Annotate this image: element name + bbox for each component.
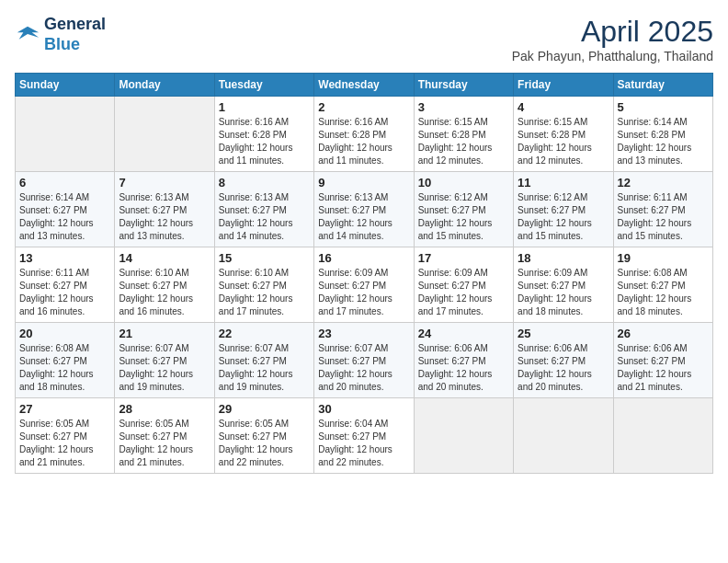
- calendar-cell: 30Sunrise: 6:04 AMSunset: 6:27 PMDayligh…: [314, 398, 414, 474]
- calendar-cell: 23Sunrise: 6:07 AMSunset: 6:27 PMDayligh…: [314, 323, 414, 398]
- day-number: 28: [119, 402, 210, 416]
- day-number: 10: [418, 176, 509, 190]
- day-number: 19: [618, 251, 709, 265]
- calendar-cell: 19Sunrise: 6:08 AMSunset: 6:27 PMDayligh…: [613, 247, 712, 323]
- calendar-cell: [514, 398, 613, 474]
- day-number: 14: [119, 251, 210, 265]
- calendar-week-5: 27Sunrise: 6:05 AMSunset: 6:27 PMDayligh…: [16, 398, 713, 474]
- day-number: 2: [318, 100, 409, 114]
- weekday-header-wednesday: Wednesday: [314, 74, 414, 97]
- day-number: 5: [618, 100, 709, 114]
- calendar-cell: 21Sunrise: 6:07 AMSunset: 6:27 PMDayligh…: [115, 323, 214, 398]
- page-header: General Blue April 2025 Pak Phayun, Phat…: [15, 15, 713, 63]
- calendar-cell: 10Sunrise: 6:12 AMSunset: 6:27 PMDayligh…: [414, 172, 513, 247]
- day-number: 16: [318, 251, 409, 265]
- calendar-cell: 20Sunrise: 6:08 AMSunset: 6:27 PMDayligh…: [16, 323, 115, 398]
- day-number: 29: [219, 402, 310, 416]
- day-info: Sunrise: 6:09 AMSunset: 6:27 PMDaylight:…: [518, 267, 609, 318]
- day-info: Sunrise: 6:06 AMSunset: 6:27 PMDaylight:…: [618, 342, 709, 394]
- day-info: Sunrise: 6:09 AMSunset: 6:27 PMDaylight:…: [418, 267, 509, 318]
- day-info: Sunrise: 6:11 AMSunset: 6:27 PMDaylight:…: [618, 191, 709, 243]
- calendar-cell: 7Sunrise: 6:13 AMSunset: 6:27 PMDaylight…: [115, 172, 214, 247]
- calendar-cell: 4Sunrise: 6:15 AMSunset: 6:28 PMDaylight…: [514, 97, 613, 172]
- day-info: Sunrise: 6:14 AMSunset: 6:28 PMDaylight:…: [618, 116, 709, 167]
- day-number: 21: [119, 327, 210, 340]
- calendar-cell: [613, 398, 712, 474]
- calendar-cell: [115, 97, 214, 172]
- calendar-week-4: 20Sunrise: 6:08 AMSunset: 6:27 PMDayligh…: [16, 323, 713, 398]
- day-info: Sunrise: 6:16 AMSunset: 6:28 PMDaylight:…: [318, 116, 409, 167]
- weekday-header-row: SundayMondayTuesdayWednesdayThursdayFrid…: [16, 74, 713, 97]
- day-number: 27: [19, 402, 110, 416]
- calendar-cell: 6Sunrise: 6:14 AMSunset: 6:27 PMDaylight…: [16, 172, 115, 247]
- calendar-subtitle: Pak Phayun, Phatthalung, Thailand: [512, 49, 713, 63]
- day-number: 13: [19, 251, 110, 265]
- logo-icon: [15, 22, 40, 48]
- day-number: 17: [418, 251, 509, 265]
- calendar-table: SundayMondayTuesdayWednesdayThursdayFrid…: [15, 73, 713, 474]
- calendar-cell: 28Sunrise: 6:05 AMSunset: 6:27 PMDayligh…: [115, 398, 214, 474]
- day-info: Sunrise: 6:16 AMSunset: 6:28 PMDaylight:…: [219, 116, 310, 167]
- day-info: Sunrise: 6:15 AMSunset: 6:28 PMDaylight:…: [518, 116, 609, 167]
- day-number: 30: [318, 402, 409, 416]
- calendar-cell: 13Sunrise: 6:11 AMSunset: 6:27 PMDayligh…: [16, 247, 115, 323]
- day-number: 15: [219, 251, 310, 265]
- calendar-cell: 29Sunrise: 6:05 AMSunset: 6:27 PMDayligh…: [214, 398, 313, 474]
- calendar-cell: 18Sunrise: 6:09 AMSunset: 6:27 PMDayligh…: [514, 247, 613, 323]
- day-number: 7: [119, 176, 210, 190]
- calendar-cell: 15Sunrise: 6:10 AMSunset: 6:27 PMDayligh…: [214, 247, 313, 323]
- svg-marker-0: [17, 26, 39, 39]
- day-number: 11: [518, 176, 609, 190]
- day-number: 9: [318, 176, 409, 190]
- day-info: Sunrise: 6:08 AMSunset: 6:27 PMDaylight:…: [618, 267, 709, 318]
- logo: General Blue: [15, 15, 106, 54]
- calendar-week-2: 6Sunrise: 6:14 AMSunset: 6:27 PMDaylight…: [16, 172, 713, 247]
- calendar-cell: 9Sunrise: 6:13 AMSunset: 6:27 PMDaylight…: [314, 172, 414, 247]
- calendar-title: April 2025: [512, 15, 713, 49]
- day-info: Sunrise: 6:13 AMSunset: 6:27 PMDaylight:…: [119, 191, 210, 243]
- day-number: 4: [518, 100, 609, 114]
- calendar-cell: 11Sunrise: 6:12 AMSunset: 6:27 PMDayligh…: [514, 172, 613, 247]
- day-info: Sunrise: 6:05 AMSunset: 6:27 PMDaylight:…: [19, 418, 110, 469]
- day-number: 26: [618, 327, 709, 340]
- calendar-cell: 26Sunrise: 6:06 AMSunset: 6:27 PMDayligh…: [613, 323, 712, 398]
- calendar-cell: 8Sunrise: 6:13 AMSunset: 6:27 PMDaylight…: [214, 172, 313, 247]
- day-number: 25: [518, 327, 609, 340]
- day-info: Sunrise: 6:13 AMSunset: 6:27 PMDaylight:…: [219, 191, 310, 243]
- day-info: Sunrise: 6:05 AMSunset: 6:27 PMDaylight:…: [119, 418, 210, 469]
- calendar-body: 1Sunrise: 6:16 AMSunset: 6:28 PMDaylight…: [16, 97, 713, 474]
- day-info: Sunrise: 6:12 AMSunset: 6:27 PMDaylight:…: [518, 191, 609, 243]
- calendar-cell: 16Sunrise: 6:09 AMSunset: 6:27 PMDayligh…: [314, 247, 414, 323]
- day-info: Sunrise: 6:11 AMSunset: 6:27 PMDaylight:…: [19, 267, 110, 318]
- day-number: 12: [618, 176, 709, 190]
- day-info: Sunrise: 6:14 AMSunset: 6:27 PMDaylight:…: [19, 191, 110, 243]
- day-info: Sunrise: 6:10 AMSunset: 6:27 PMDaylight:…: [119, 267, 210, 318]
- day-info: Sunrise: 6:05 AMSunset: 6:27 PMDaylight:…: [219, 418, 310, 469]
- calendar-cell: 3Sunrise: 6:15 AMSunset: 6:28 PMDaylight…: [414, 97, 513, 172]
- calendar-cell: 14Sunrise: 6:10 AMSunset: 6:27 PMDayligh…: [115, 247, 214, 323]
- calendar-cell: 24Sunrise: 6:06 AMSunset: 6:27 PMDayligh…: [414, 323, 513, 398]
- day-info: Sunrise: 6:07 AMSunset: 6:27 PMDaylight:…: [318, 342, 409, 394]
- weekday-header-monday: Monday: [115, 74, 214, 97]
- day-info: Sunrise: 6:06 AMSunset: 6:27 PMDaylight:…: [518, 342, 609, 394]
- day-number: 23: [318, 327, 409, 340]
- calendar-cell: 17Sunrise: 6:09 AMSunset: 6:27 PMDayligh…: [414, 247, 513, 323]
- calendar-cell: 27Sunrise: 6:05 AMSunset: 6:27 PMDayligh…: [16, 398, 115, 474]
- calendar-cell: 22Sunrise: 6:07 AMSunset: 6:27 PMDayligh…: [214, 323, 313, 398]
- calendar-week-3: 13Sunrise: 6:11 AMSunset: 6:27 PMDayligh…: [16, 247, 713, 323]
- logo-text: General Blue: [44, 15, 106, 54]
- day-info: Sunrise: 6:10 AMSunset: 6:27 PMDaylight:…: [219, 267, 310, 318]
- day-number: 3: [418, 100, 509, 114]
- weekday-header-friday: Friday: [514, 74, 613, 97]
- calendar-week-1: 1Sunrise: 6:16 AMSunset: 6:28 PMDaylight…: [16, 97, 713, 172]
- day-info: Sunrise: 6:08 AMSunset: 6:27 PMDaylight:…: [19, 342, 110, 394]
- day-number: 6: [19, 176, 110, 190]
- calendar-cell: 25Sunrise: 6:06 AMSunset: 6:27 PMDayligh…: [514, 323, 613, 398]
- weekday-header-tuesday: Tuesday: [214, 74, 313, 97]
- day-info: Sunrise: 6:07 AMSunset: 6:27 PMDaylight:…: [219, 342, 310, 394]
- day-info: Sunrise: 6:06 AMSunset: 6:27 PMDaylight:…: [418, 342, 509, 394]
- day-number: 1: [219, 100, 310, 114]
- calendar-cell: [414, 398, 513, 474]
- day-number: 8: [219, 176, 310, 190]
- day-number: 18: [518, 251, 609, 265]
